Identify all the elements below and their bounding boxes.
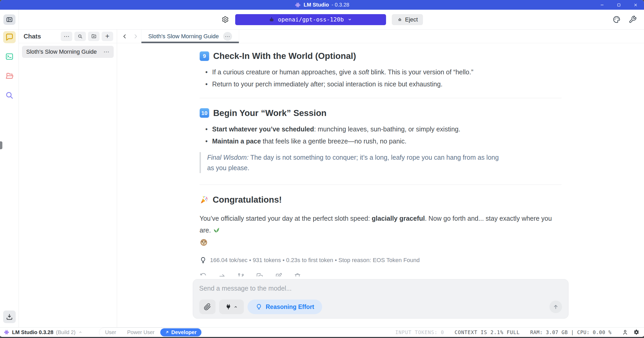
arrow-up-right-icon — [165, 330, 169, 334]
devtools-wrench-icon[interactable] — [629, 15, 637, 24]
eject-icon — [397, 17, 403, 22]
tab-menu-button[interactable]: ⋯ — [223, 32, 232, 41]
composer: Reasoning Effort — [193, 279, 569, 319]
tabbar: Sloth's Slow Morning Guide ⋯ — [117, 30, 644, 43]
final-wisdom-quote: Final Wisdom: The day is not something t… — [200, 152, 503, 173]
copy-icon[interactable] — [256, 273, 263, 276]
main-area: Chats ⋯ + Sloth's Slow Morning Guide ⋯ — [0, 30, 644, 327]
lightbulb-icon — [255, 303, 262, 311]
regenerate-icon[interactable] — [200, 273, 207, 276]
statusbar-right: INPUT TOKENS: 0 CONTEXT IS 2.1% FULL RAM… — [395, 329, 640, 336]
model-selector[interactable]: openai/gpt-oss-120b — [235, 14, 386, 25]
ram-cpu-label[interactable]: RAM: 3.07 GB | CPU: 0.00 % — [530, 329, 612, 335]
reasoning-effort-label: Reasoning Effort — [266, 303, 314, 311]
nav-forward-button[interactable] — [130, 30, 141, 43]
chat-list-item[interactable]: Sloth's Slow Morning Guide ⋯ — [22, 46, 114, 58]
stats-text: 166.04 tok/sec • 931 tokens • 0.23s to f… — [210, 257, 420, 264]
new-folder-button[interactable] — [88, 32, 100, 41]
bullet-item: Start whatever you’ve scheduled: munchin… — [203, 124, 562, 134]
theme-palette-icon[interactable] — [613, 15, 621, 24]
branch-icon[interactable] — [237, 273, 245, 276]
composer-controls: Reasoning Effort — [199, 300, 562, 314]
bullet-item: If a curious creature or human approache… — [203, 67, 562, 77]
statusbar-build: (Build 2) — [56, 329, 75, 335]
chevron-down-icon — [347, 17, 352, 22]
plug-icon — [225, 303, 232, 310]
heading-work-session: 10 Begin Your “Work” Session — [200, 108, 562, 118]
chat-item-label: Sloth's Slow Morning Guide — [26, 48, 97, 55]
maximize-button[interactable] — [610, 0, 627, 10]
mode-user[interactable]: User — [100, 329, 121, 336]
heading-check-in: 9 Check-In With the World (Optional) — [200, 51, 562, 61]
titlebar: LM Studio - 0.3.28 — [0, 0, 644, 10]
window-controls — [594, 0, 644, 10]
composer-wrap: Reasoning Effort — [193, 279, 569, 319]
tab-active-chat[interactable]: Sloth's Slow Morning Guide ⋯ — [141, 30, 239, 43]
statusbar-icons — [622, 329, 640, 336]
bullet-item: Return to your perch immediately after; … — [203, 79, 562, 89]
mode-power-user[interactable]: Power User — [122, 329, 160, 336]
send-message-button[interactable] — [549, 301, 562, 313]
delete-trash-icon[interactable] — [294, 273, 301, 276]
reasoning-effort-button[interactable]: Reasoning Effort — [247, 300, 322, 314]
edit-icon[interactable] — [275, 273, 282, 276]
settings-gear-icon[interactable] — [221, 15, 229, 24]
herb-emoji — [213, 226, 220, 234]
chat-item-menu-icon[interactable]: ⋯ — [103, 48, 109, 55]
titlebar-title: LM Studio - 0.3.28 — [295, 2, 349, 8]
close-button[interactable] — [627, 0, 644, 10]
toolbar-center: openai/gpt-oss-120b Eject — [221, 14, 423, 25]
nav-discover-search-button[interactable] — [3, 89, 16, 101]
chevron-up-icon — [233, 304, 238, 309]
edge-flyout-handle[interactable] — [0, 141, 2, 149]
mode-developer[interactable]: Developer — [160, 328, 201, 336]
chats-panel: Chats ⋯ + Sloth's Slow Morning Guide ⋯ — [19, 30, 117, 327]
input-tokens-label: INPUT TOKENS: 0 — [395, 329, 444, 335]
model-name: openai/gpt-oss-120b — [278, 16, 344, 23]
divider — [200, 185, 562, 185]
nav-developer-terminal-button[interactable] — [3, 51, 16, 63]
app-version: - 0.3.28 — [332, 2, 349, 8]
toolbar-right — [613, 15, 637, 24]
continue-arrow-icon[interactable] — [218, 273, 226, 276]
toolbar: openai/gpt-oss-120b Eject — [0, 10, 644, 30]
nav-models-folder-button[interactable] — [3, 70, 16, 82]
user-profile-icon[interactable] — [622, 329, 628, 335]
chats-search-button[interactable] — [74, 32, 86, 41]
final-paragraph: You’ve officially started your day at th… — [200, 213, 562, 247]
work-bullet-list: Start whatever you’ve scheduled: munchin… — [200, 124, 562, 146]
user-mode-selector: User Power User Developer — [99, 328, 202, 337]
check-in-bullet-list: If a curious creature or human approache… — [200, 67, 562, 89]
lmstudio-logo-icon — [295, 2, 301, 8]
new-chat-button[interactable]: + — [102, 32, 113, 41]
message-input[interactable] — [199, 285, 562, 292]
generation-stats: 166.04 tok/sec • 931 tokens • 0.23s to f… — [200, 257, 562, 264]
divider — [200, 98, 562, 98]
attach-file-button[interactable] — [199, 300, 216, 314]
statusbar-app-version[interactable]: LM Studio 0.3.28 — [12, 329, 53, 335]
chats-header: Chats ⋯ + — [19, 30, 117, 43]
statusbar-left: LM Studio 0.3.28 (Build 2) — [4, 329, 83, 335]
downloads-button[interactable] — [3, 311, 16, 323]
minimize-button[interactable] — [594, 0, 610, 10]
context-usage-label[interactable]: CONTEXT IS 2.1% FULL — [455, 329, 520, 335]
left-rail — [0, 30, 19, 327]
keycap-10-emoji: 10 — [200, 108, 209, 118]
chats-menu-button[interactable]: ⋯ — [61, 32, 72, 41]
plugin-button[interactable] — [219, 300, 244, 314]
robot-icon — [269, 17, 274, 23]
keycap-9-emoji: 9 — [200, 51, 209, 61]
eject-button[interactable]: Eject — [392, 14, 423, 25]
nav-chat-button[interactable] — [3, 31, 16, 43]
rail-top-cell — [0, 10, 19, 29]
chat-transcript: 9 Check-In With the World (Optional) If … — [117, 43, 644, 276]
eject-label: Eject — [405, 16, 418, 23]
chevron-up-icon[interactable] — [78, 330, 83, 335]
settings-gear-icon[interactable] — [633, 329, 640, 336]
sidebar-toggle-button[interactable] — [3, 14, 15, 25]
lightbulb-icon — [200, 257, 207, 264]
app-title: LM Studio — [304, 2, 329, 8]
nav-back-button[interactable] — [119, 30, 130, 43]
chats-title: Chats — [24, 33, 41, 40]
app-window: LM Studio - 0.3.28 — [0, 0, 644, 338]
